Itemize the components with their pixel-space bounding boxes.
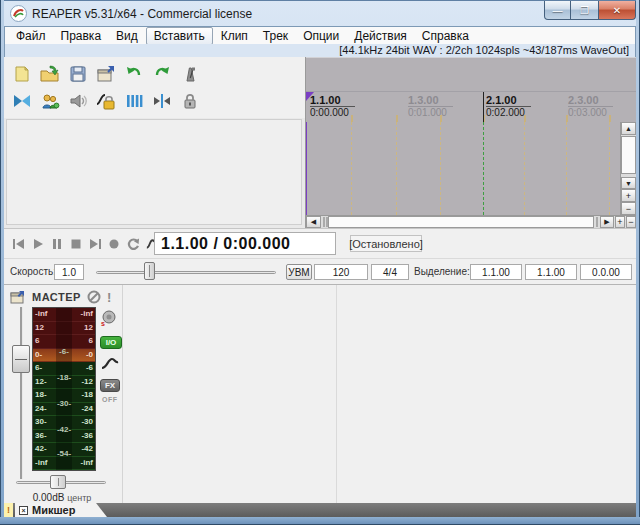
go-to-start-button[interactable] [12, 235, 26, 252]
transport-position-display[interactable]: 1.1.00 / 0:00.000 [154, 232, 336, 255]
track-list-empty[interactable] [6, 119, 302, 225]
master-pan-thumb[interactable] [50, 475, 66, 489]
snap-icon[interactable] [152, 91, 172, 111]
crossfade-icon[interactable] [12, 91, 32, 111]
lock-icon[interactable] [180, 91, 200, 111]
menu-item-6[interactable]: Трек [256, 28, 295, 44]
master-fx-off-label: OFF [102, 396, 118, 403]
menu-item-8[interactable]: Действия [347, 28, 414, 44]
zoom-in-button[interactable]: + [621, 189, 636, 202]
master-track-label[interactable]: МАСТЕР [32, 291, 81, 303]
scroll-left-button[interactable]: ◀ [306, 216, 321, 228]
go-to-end-button[interactable] [88, 235, 102, 252]
new-project-icon[interactable] [12, 64, 32, 84]
hzoom-in-button[interactable]: + [615, 216, 625, 228]
window-border-bottom [0, 517, 640, 525]
project-settings-icon[interactable] [96, 64, 116, 84]
transport-state: [Остановлено] [350, 235, 422, 252]
beat-grid-line [566, 122, 567, 216]
menu-bar: ФайлПравкаВидВставитьКлипТрекОпцииДейств… [4, 26, 636, 44]
timesig-field[interactable]: 4/4 [371, 264, 409, 280]
record-button[interactable] [107, 235, 121, 252]
bpm-mode-button[interactable]: УВМ [286, 264, 312, 280]
menu-item-5[interactable]: Клип [214, 28, 255, 44]
window-border-right [636, 0, 640, 525]
selection-end-field[interactable]: 1.1.00 [525, 264, 577, 280]
master-io-button[interactable]: I/O [100, 336, 122, 349]
menu-item-2[interactable]: Правка [54, 28, 109, 44]
beat-grid-line [440, 122, 441, 216]
master-volume-pan-readout: 0.00dB центр [4, 492, 120, 503]
scroll-right-button[interactable]: ▶ [600, 216, 614, 228]
scroll-up-button[interactable]: ▲ [621, 122, 636, 135]
horizontal-scroll-thumb[interactable] [328, 216, 594, 228]
audio-status-bar: [44.1kHz 24bit WAV : 2/2ch 1024spls ~43/… [4, 44, 636, 57]
redo-icon[interactable] [152, 64, 172, 84]
master-solo-icon[interactable]: ! [107, 290, 111, 305]
ruler-beat-tick [396, 115, 398, 122]
play-button[interactable] [31, 235, 45, 252]
speed-label: Скорость: [10, 266, 56, 277]
master-vu-meter: -inf-inf1212660--06--612--1218--1824--24… [32, 307, 96, 471]
docker-tab-bar: ! × Микшер [4, 503, 636, 517]
master-fader-handle[interactable] [12, 345, 30, 373]
item-grouping-icon[interactable] [40, 91, 60, 111]
repeat-button[interactable] [126, 235, 140, 252]
vertical-scrollbar[interactable]: ▲ ▼ + − [620, 122, 636, 216]
audio-format-status: [44.1kHz 24bit WAV : 2/2ch 1024spls ~43/… [339, 44, 629, 57]
master-fader-track[interactable] [20, 307, 23, 479]
metronome-icon[interactable] [180, 64, 200, 84]
docker-alert-icon[interactable]: ! [4, 503, 13, 517]
mixer-tab[interactable]: × Микшер [15, 503, 107, 517]
play-cursor-line [306, 122, 307, 216]
playrate-slider-track[interactable] [96, 271, 276, 274]
main-toolbar [4, 57, 305, 118]
speaker-icon[interactable] [68, 91, 88, 111]
svg-text:s: s [101, 320, 105, 327]
timeline-ruler[interactable]: 1.1.000:00.0001.3.000:01.0002.1.000:02.0… [306, 91, 636, 122]
menu-item-4[interactable]: Вставить [146, 27, 213, 45]
pause-button[interactable] [50, 235, 64, 252]
track-control-pane [4, 57, 306, 228]
master-mute-icon[interactable] [87, 290, 101, 304]
open-project-icon[interactable] [40, 64, 60, 84]
selection-start-field[interactable]: 1.1.00 [470, 264, 522, 280]
edit-cursor-ruler [483, 92, 484, 122]
maximize-button[interactable]: ❐ [571, 1, 598, 20]
window-title: REAPER v5.31/x64 - Commercial license [32, 7, 252, 21]
menu-item-9[interactable]: Справка [415, 28, 476, 44]
zoom-out-button[interactable]: − [621, 202, 636, 215]
hzoom-out-button[interactable]: − [626, 216, 636, 228]
menu-item-7[interactable]: Опции [296, 28, 346, 44]
arrange-grid[interactable] [306, 122, 636, 216]
master-settings-icon[interactable] [10, 290, 26, 304]
speed-value-field[interactable]: 1.0 [54, 264, 84, 280]
selection-length-field[interactable]: 0.0.00 [580, 264, 632, 280]
master-envelope-icon[interactable] [100, 356, 120, 372]
mixer-tab-label: Микшер [32, 504, 75, 516]
playrate-slider-thumb[interactable] [144, 262, 155, 280]
menu-item-3[interactable]: Вид [109, 28, 145, 44]
automation-lock-icon[interactable] [96, 91, 116, 111]
vertical-scroll-thumb[interactable] [621, 136, 636, 174]
menu-item-1[interactable]: Файл [9, 28, 53, 44]
grid-icon[interactable] [124, 91, 144, 111]
window-border-left [0, 0, 4, 525]
close-button[interactable]: ✕ [598, 1, 636, 20]
undo-icon[interactable] [124, 64, 144, 84]
master-output-knob-icon[interactable]: s [100, 309, 116, 327]
save-project-icon[interactable] [68, 64, 88, 84]
minimize-button[interactable]: — [544, 1, 571, 20]
ruler-beat-tick [524, 115, 526, 122]
meter-center-scale: -42- [57, 425, 71, 434]
scroll-down-button[interactable]: ▼ [621, 177, 636, 189]
bpm-field[interactable]: 120 [314, 264, 368, 280]
meter-center-divider [56, 308, 72, 470]
mixer-tab-close-icon[interactable]: × [19, 506, 28, 515]
reaper-logo-icon [10, 5, 27, 22]
meter-center-scale: -6- [59, 347, 69, 356]
horizontal-scrollbar[interactable]: ◀ ▶ + − [306, 215, 636, 228]
title-bar[interactable]: REAPER v5.31/x64 - Commercial license — … [0, 0, 640, 26]
stop-button[interactable] [69, 235, 83, 252]
master-fx-button[interactable]: FX [100, 379, 120, 392]
